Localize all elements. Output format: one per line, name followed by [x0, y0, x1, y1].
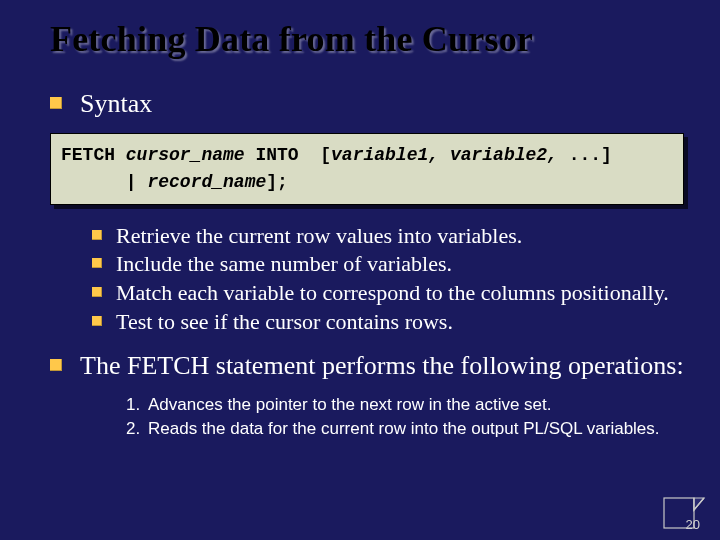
square-bullet-icon [92, 316, 102, 326]
sub-bullet-text: Match each variable to correspond to the… [116, 280, 669, 307]
list-item: Match each variable to correspond to the… [92, 280, 684, 307]
square-bullet-icon [92, 258, 102, 268]
list-number: 2. [126, 418, 148, 440]
list-number: 1. [126, 394, 148, 416]
syntax-label: Syntax [80, 88, 152, 121]
square-bullet-icon [92, 230, 102, 240]
sub-bullet-list: Retrieve the current row values into var… [92, 223, 684, 336]
code-kw: FETCH [61, 145, 126, 165]
square-bullet-icon [50, 359, 62, 371]
sub-bullet-text: Retrieve the current row values into var… [116, 223, 522, 250]
fetch-intro-text: The FETCH statement performs the followi… [80, 350, 684, 383]
code-it: variable1, variable2, [331, 145, 558, 165]
sub-bullet-text: Include the same number of variables. [116, 251, 452, 278]
slide-title: Fetching Data from the Cursor [50, 18, 684, 60]
code-kw: | [61, 172, 147, 192]
list-item: Include the same number of variables. [92, 251, 684, 278]
sub-bullet-text: Test to see if the cursor contains rows. [116, 309, 453, 336]
syntax-code-box: FETCH cursor_name INTO [variable1, varia… [50, 133, 684, 205]
code-it: cursor_name [126, 145, 245, 165]
list-text: Advances the pointer to the next row in … [148, 394, 684, 416]
list-item: Retrieve the current row values into var… [92, 223, 684, 250]
bullet-syntax: Syntax [50, 88, 684, 121]
slide: Fetching Data from the Cursor Syntax FET… [0, 0, 720, 540]
list-item: 1. Advances the pointer to the next row … [126, 394, 684, 416]
code-kw: ...] [558, 145, 612, 165]
numbered-list: 1. Advances the pointer to the next row … [126, 394, 684, 440]
code-kw: ]; [266, 172, 288, 192]
page-number: 20 [686, 517, 700, 532]
list-item: 2. Reads the data for the current row in… [126, 418, 684, 440]
square-bullet-icon [92, 287, 102, 297]
code-it: record_name [147, 172, 266, 192]
list-item: Test to see if the cursor contains rows. [92, 309, 684, 336]
code-kw: INTO [ [245, 145, 331, 165]
square-bullet-icon [50, 97, 62, 109]
list-text: Reads the data for the current row into … [148, 418, 684, 440]
bullet-fetch-intro: The FETCH statement performs the followi… [50, 350, 684, 383]
